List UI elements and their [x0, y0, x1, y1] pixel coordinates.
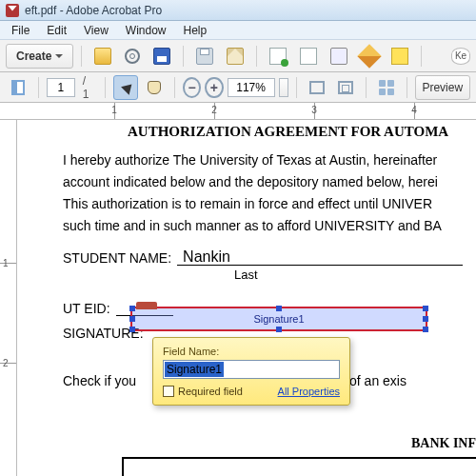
chevron-down-icon [55, 54, 63, 58]
separator [256, 46, 257, 67]
preview-button[interactable]: Preview [415, 75, 470, 100]
doc-para: This authorization is to remain in force… [63, 195, 476, 213]
bank-header: BANK INF [411, 436, 476, 451]
last-name-sublabel: Last [234, 268, 476, 282]
title-bar: eft.pdf - Adobe Acrobat Pro [0, 0, 476, 21]
grid-icon [379, 80, 394, 95]
doc-heading: AUTHORIZATION AGREEMENT FOR AUTOMA [128, 124, 476, 140]
document-export-icon [269, 48, 287, 65]
vertical-ruler: 1 2 [0, 120, 17, 476]
separator [174, 77, 175, 98]
uteid-label: UT EID: [63, 301, 110, 316]
zoom-dropdown[interactable] [279, 78, 289, 97]
student-name-field[interactable]: Nankin [177, 248, 463, 266]
separator [296, 77, 297, 98]
clipboard-icon [330, 48, 347, 65]
zoom-input[interactable] [228, 78, 275, 97]
main-toolbar: Create Ke [0, 40, 476, 72]
resize-handle[interactable] [276, 327, 282, 332]
separator [81, 46, 82, 67]
menu-help[interactable]: Help [176, 23, 215, 38]
resize-handle[interactable] [129, 327, 135, 332]
checkbox-icon [163, 386, 174, 397]
tool-fragment[interactable]: Ke [451, 48, 470, 65]
pdf-page: AUTHORIZATION AGREEMENT FOR AUTOMA I her… [17, 120, 476, 476]
mail-icon [227, 48, 244, 65]
zoom-out-button[interactable]: − [183, 77, 201, 98]
check-text-b: of an exis [349, 373, 407, 388]
page-total: / 1 [79, 74, 97, 101]
panel-icon [11, 80, 25, 95]
printer-icon [196, 48, 213, 65]
clipboard-button[interactable] [326, 44, 352, 69]
save-button[interactable] [149, 44, 175, 69]
separator [421, 46, 422, 67]
field-name-value: Signature1 [165, 362, 224, 377]
separator [183, 46, 184, 67]
collab-button[interactable] [295, 44, 322, 69]
hand-icon [148, 81, 161, 94]
menu-window[interactable]: Window [118, 23, 174, 38]
field-name-label: Field Name: [163, 346, 340, 357]
fit-page-button[interactable] [305, 75, 329, 100]
field-name-input[interactable]: Signature1 [163, 360, 340, 379]
horizontal-ruler: 1 2 3 4 [0, 103, 476, 120]
doc-para: account indicated below and the deposito… [63, 173, 476, 191]
menu-edit[interactable]: Edit [39, 23, 74, 38]
doc-para: such time and in such manner as to affor… [63, 217, 476, 235]
page-number-input[interactable] [47, 78, 75, 97]
bank-box-frame [122, 457, 476, 476]
thumbnails-button[interactable] [374, 75, 399, 100]
export-pdf-button[interactable] [265, 44, 291, 69]
resize-handle[interactable] [423, 306, 428, 311]
hand-tool[interactable] [142, 75, 167, 100]
resize-handle[interactable] [129, 306, 135, 311]
pencil-icon [358, 44, 382, 68]
separator [105, 77, 106, 98]
highlight-button[interactable] [387, 44, 413, 69]
toggle-panel-button[interactable] [6, 75, 30, 100]
field-properties-popup: Field Name: Signature1 Required field Al… [152, 337, 350, 406]
menu-view[interactable]: View [76, 23, 116, 38]
folder-open-icon [94, 48, 111, 65]
document-icon [300, 48, 317, 65]
student-name-label: STUDENT NAME: [63, 250, 171, 266]
email-button[interactable] [222, 44, 248, 69]
check-text-a: Check if you [63, 373, 136, 388]
separator [407, 77, 407, 98]
cursor-icon [121, 80, 136, 95]
all-properties-link[interactable]: All Properties [278, 386, 340, 397]
menu-file[interactable]: File [4, 23, 37, 38]
signature-form-field[interactable]: Signature1 [130, 307, 427, 331]
resize-handle[interactable] [276, 306, 282, 311]
separator [366, 77, 367, 98]
select-tool[interactable] [113, 75, 138, 100]
gear-icon [125, 49, 140, 64]
window-title: eft.pdf - Adobe Acrobat Pro [25, 4, 162, 17]
student-name-row: STUDENT NAME: Nankin [63, 248, 476, 266]
doc-para: I hereby authorize The University of Tex… [63, 151, 476, 169]
zoom-in-button[interactable]: + [205, 77, 223, 98]
separator [38, 77, 39, 98]
required-label: Required field [178, 386, 243, 397]
document-area: 1 2 AUTHORIZATION AGREEMENT FOR AUTOMA I… [0, 120, 476, 476]
resize-handle[interactable] [129, 316, 135, 322]
sign-button[interactable] [356, 44, 383, 69]
resize-handle[interactable] [423, 316, 428, 322]
fit-page-icon [309, 81, 325, 94]
highlight-icon [391, 48, 408, 65]
required-field-checkbox[interactable]: Required field [163, 386, 243, 397]
create-label: Create [16, 50, 51, 63]
menu-bar: File Edit View Window Help [0, 21, 476, 40]
open-button[interactable] [89, 44, 116, 69]
save-icon [153, 48, 170, 65]
acrobat-logo-icon [6, 4, 19, 17]
settings-button[interactable] [120, 44, 145, 69]
fit-width-button[interactable] [333, 75, 358, 100]
resize-handle[interactable] [423, 327, 428, 332]
create-button[interactable]: Create [6, 44, 73, 69]
nav-toolbar: / 1 − + Preview [0, 72, 476, 103]
print-button[interactable] [191, 44, 218, 69]
fit-width-icon [338, 81, 353, 94]
